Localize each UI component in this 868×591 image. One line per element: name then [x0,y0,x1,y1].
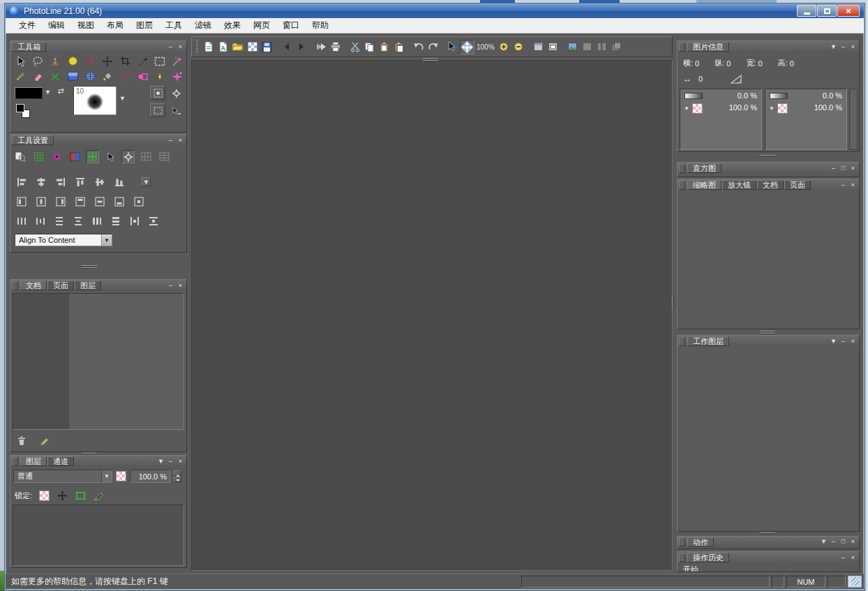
menu-edit[interactable]: 编辑 [42,18,71,33]
tab-document-nav[interactable]: 文档 [757,180,784,190]
foreground-color-swatch[interactable] [15,87,43,99]
panel-grip[interactable] [679,43,685,52]
document-panel-header[interactable]: 文档 页面 图层 – × [10,280,186,291]
eraser-tool[interactable] [31,70,45,83]
delete-icon[interactable] [15,434,29,447]
marquee-tool[interactable] [153,54,167,68]
window-fit-button[interactable] [546,40,560,54]
work-layers-list[interactable] [679,348,858,530]
collapse-icon[interactable]: – [829,537,838,546]
mask-mode-button[interactable] [150,86,165,100]
collapse-icon[interactable]: – [839,337,848,346]
navigator-header[interactable]: 缩略图 放大镜 文档 页面 – × [678,179,859,190]
magicwand-tool[interactable] [170,54,184,68]
grid-snap-icon[interactable] [31,150,45,163]
image-mode-button[interactable] [565,40,580,54]
center-grid-button[interactable] [86,150,99,163]
next-image-button[interactable] [294,40,308,54]
menu-file[interactable]: 文件 [13,18,42,33]
nib-tool[interactable] [153,70,167,83]
align-center-vertical-icon[interactable] [34,175,48,188]
save-button[interactable] [260,40,274,54]
lasso-tool[interactable] [31,54,45,68]
collapse-icon[interactable]: – [166,457,175,466]
fg-bg-color-chips[interactable] [16,104,34,119]
web-tool[interactable] [83,70,97,83]
menu-layout[interactable]: 布局 [100,18,130,33]
tab-thumbnail[interactable]: 缩略图 [687,180,721,190]
align-mode-dropdown[interactable]: Align To Content ▼ [15,234,112,246]
browse-button[interactable] [245,40,260,54]
menu-window[interactable]: 窗口 [276,18,306,33]
move-tool[interactable] [100,54,114,68]
tab-layers[interactable]: 图层 [20,456,47,466]
copy-button[interactable] [362,40,377,54]
left-panel-splitter-2[interactable] [82,453,97,454]
layers-panel-header[interactable]: 图层 通道 ▼ – × [10,456,186,467]
align-in-center-icon[interactable] [34,195,48,208]
equal-spacing-horizontal-icon[interactable] [128,214,142,227]
window-resize-grip[interactable] [848,576,862,588]
align-in-middle-icon[interactable] [93,195,107,208]
clip-tool[interactable] [48,70,62,83]
opacity-stepper[interactable] [174,470,181,483]
redo-button[interactable] [426,40,440,54]
step-up-icon[interactable] [174,470,181,476]
magnetic-option-icon[interactable] [50,150,63,163]
distribute-vertical-icon[interactable] [52,214,66,227]
panel-grip[interactable] [679,337,685,346]
toolbox-header[interactable]: 工具箱 – × [10,41,186,52]
print-button[interactable] [328,40,343,54]
chevron-down-icon[interactable]: ▼ [769,105,775,112]
actions-header[interactable]: 动作 ▼ – □ × [678,537,859,547]
zoom-in-button[interactable] [497,40,511,54]
collapse-icon[interactable]: – [829,164,838,173]
tab-layer[interactable]: 图层 [75,280,101,290]
undo-button[interactable] [411,40,426,54]
cascade-windows-button[interactable] [609,40,624,54]
curve-tool[interactable] [118,70,132,83]
pencil-tool[interactable] [13,70,27,83]
tab-channels[interactable]: 通道 [47,456,74,466]
equal-spacing-vertical-icon[interactable] [147,214,160,227]
channel-box-left[interactable]: 0.0 % ▼ 100.0 % [680,89,762,150]
tool-settings-header[interactable]: 工具设置 – × [10,135,186,146]
history-item[interactable]: 开始 [683,564,698,572]
stamp-tool[interactable] [48,54,62,68]
panel-menu-icon[interactable]: ▼ [156,457,165,466]
zoom-out-button[interactable] [511,40,526,54]
menu-layer[interactable]: 图层 [130,18,159,33]
align-in-right-icon[interactable] [54,195,68,208]
open-file-button[interactable] [230,40,245,54]
lock-paint-icon[interactable] [93,489,104,502]
close-panel-icon[interactable]: × [848,553,858,562]
new-from-template-button[interactable]: A [216,40,230,54]
blend-mode-dropdown[interactable]: 普通 ▼ [13,470,112,483]
panel-menu-icon[interactable]: ▼ [829,43,838,52]
color-dropdown-icon[interactable]: ▼ [43,88,52,97]
document-preview[interactable] [13,293,184,430]
close-panel-icon[interactable]: × [176,43,185,52]
menu-web[interactable]: 网页 [247,18,276,33]
collapse-icon[interactable]: – [839,553,848,562]
panel-grip[interactable] [679,553,685,562]
align-more-dropdown-icon[interactable]: ▼ [142,177,151,186]
align-bottom-icon[interactable] [112,175,126,188]
layer-list[interactable] [13,504,184,566]
paste-button[interactable] [377,40,391,54]
equal-height-icon[interactable] [109,214,123,227]
menu-help[interactable]: 帮助 [306,18,335,33]
work-layers-header[interactable]: 工作图层 ▼ – × [678,336,859,347]
restore-icon[interactable]: □ [839,164,848,173]
restore-icon[interactable]: □ [839,537,848,546]
preview-option-icon[interactable] [13,150,27,163]
right-panel-splitter-2[interactable] [760,331,775,334]
align-right-icon[interactable] [54,175,68,188]
pointer-option-icon[interactable] [103,150,117,163]
paint-icon[interactable] [37,434,51,447]
align-in-top-icon[interactable] [73,195,87,208]
chevron-down-icon[interactable]: ▼ [684,105,689,112]
fill-tool[interactable] [100,70,114,83]
left-panel-splitter[interactable] [82,265,97,268]
close-panel-icon[interactable]: × [848,181,858,190]
